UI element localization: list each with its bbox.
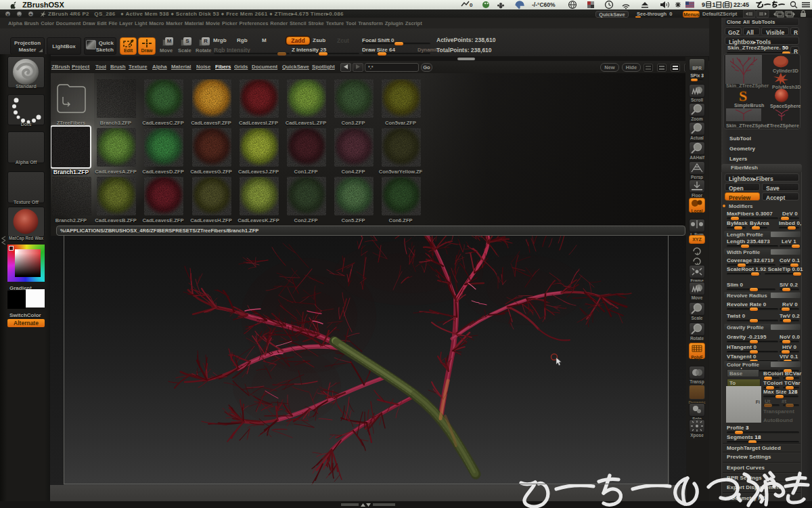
svg-text:): ) <box>730 1 732 8</box>
svg-text:22:45: 22:45 <box>734 1 749 8</box>
svg-text:1: 1 <box>713 1 716 8</box>
svg-text:9: 9 <box>702 1 705 8</box>
svg-text:0: 0 <box>470 2 473 8</box>
svg-text:S: S <box>739 89 747 104</box>
svg-text:(: ( <box>723 1 725 8</box>
svg-text:-/-°C60%: -/-°C60% <box>532 1 556 8</box>
